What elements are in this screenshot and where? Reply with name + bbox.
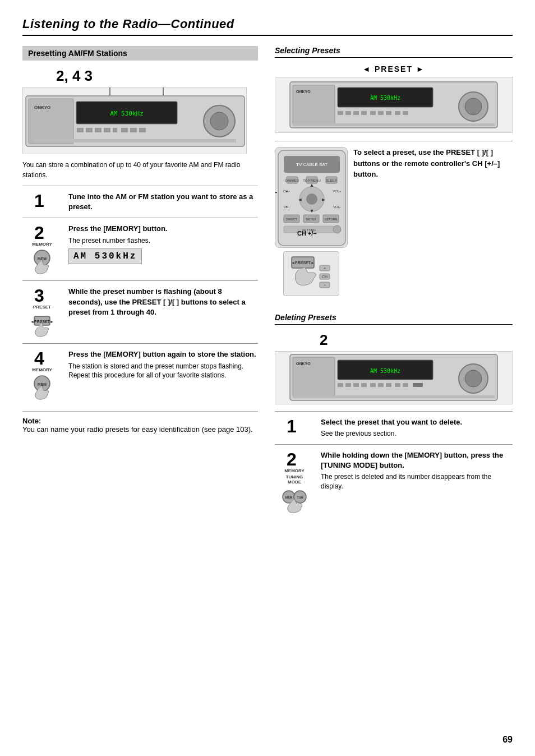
deleting-presets-section: Deleting Presets 2 AM 530kHz — [275, 313, 513, 520]
memory-tuning-hand-svg: MEM TUN — [280, 486, 309, 515]
svg-rect-13 — [139, 128, 146, 132]
svg-point-5 — [210, 112, 228, 130]
svg-rect-88 — [361, 383, 367, 387]
step-4-content: Press the [MEMORY] button again to store… — [68, 349, 258, 380]
selecting-desc-row: TV CABLE SAT DIMMER TOP MENU SLEEP — [275, 147, 513, 296]
delete-step-1: 1 Select the preset that you want to del… — [275, 411, 513, 444]
step-1-left: 1 — [22, 192, 62, 210]
step-4: 4 MEMORY MEM Press the [MEMORY] button a… — [22, 343, 258, 406]
svg-rect-33 — [361, 111, 367, 115]
delete-step-1-bold: Select the preset that you want to delet… — [321, 417, 513, 427]
memory-label: MEMORY — [32, 242, 52, 247]
svg-rect-32 — [353, 111, 359, 115]
svg-rect-39 — [293, 123, 495, 126]
selecting-presets-title: Selecting Presets — [275, 46, 513, 58]
svg-text:◄: ◄ — [298, 197, 303, 202]
svg-rect-86 — [345, 383, 351, 387]
svg-text:TV CABLE SAT: TV CABLE SAT — [296, 162, 328, 167]
preset-hand-svg-right: ◄PRESET► + CH − — [286, 254, 336, 293]
svg-point-51 — [306, 193, 317, 205]
memory-hand-svg: MEM — [30, 248, 54, 275]
freq-display: AM 530kHz — [68, 248, 142, 264]
step-4-normal: The station is stored and the preset num… — [68, 362, 258, 381]
svg-text:◄PRESET►: ◄PRESET► — [30, 320, 54, 324]
svg-text:DIMMER: DIMMER — [285, 179, 299, 182]
svg-text:VOL+: VOL+ — [333, 190, 342, 193]
step-3-left: 3 PRESET ◄PRESET► — [22, 287, 62, 338]
preset-hand-svg: ◄PRESET► — [30, 311, 54, 338]
delete-step-2-normal: The preset is deleted and its number dis… — [321, 472, 513, 491]
receiver-image-delete: AM 530kHz ONKYO — [275, 351, 513, 404]
receiver-svg-left: AM 530kHz ONKYO — [23, 87, 247, 154]
selecting-desc-text: To select a preset, use the PRESET [ ]/[… — [353, 147, 513, 180]
svg-text:▼: ▼ — [310, 208, 315, 214]
svg-text:RETURN: RETURN — [325, 218, 338, 221]
svg-rect-38 — [403, 111, 408, 115]
svg-point-68 — [333, 225, 341, 233]
step-2-bold: Press the [MEMORY] button. — [68, 224, 258, 234]
delete-step-2-number: 2 — [287, 450, 302, 468]
page-title: Listening to the Radio—Continued — [22, 17, 513, 31]
svg-text:AM 530kHz: AM 530kHz — [370, 95, 400, 101]
presetting-section-title: Presetting AM/FM Stations — [22, 46, 258, 61]
svg-text:▲: ▲ — [310, 182, 315, 188]
delete-step-2-bold: While holding down the [MEMORY] button, … — [321, 450, 513, 471]
memory-label-2: MEMORY — [32, 367, 52, 372]
svg-rect-10 — [113, 128, 117, 132]
delete-step-2-content: While holding down the [MEMORY] button, … — [321, 450, 513, 491]
svg-rect-6 — [77, 128, 84, 132]
receiver-image-right: AM 530kHz ONKYO — [275, 77, 513, 133]
svg-text:SETUP: SETUP — [306, 218, 317, 221]
svg-text:+: + — [285, 190, 288, 193]
ch-label-overlay: CH +/– — [275, 190, 277, 196]
delete-step-2-left: 2 MEMORY TUNING MODE MEM TUN — [275, 450, 314, 515]
svg-rect-30 — [338, 111, 343, 115]
delete-step-2: 2 MEMORY TUNING MODE MEM TUN — [275, 444, 513, 520]
svg-text:−: − — [324, 283, 326, 287]
svg-rect-36 — [386, 111, 391, 115]
svg-rect-7 — [86, 128, 93, 132]
memory-hand-svg-2: MEM — [30, 374, 54, 400]
left-column: Presetting AM/FM Stations 2, 4 3 AM 530k… — [22, 46, 258, 520]
svg-text:►: ► — [321, 197, 326, 202]
step-4-number: 4 — [34, 349, 50, 367]
svg-text:MEM: MEM — [285, 496, 293, 499]
content-columns: Presetting AM/FM Stations 2, 4 3 AM 530k… — [22, 46, 513, 520]
delete-step-1-left: 1 — [275, 417, 314, 435]
svg-text:DIRECT: DIRECT — [286, 218, 298, 221]
note-section: Note: You can name your radio presets fo… — [22, 412, 258, 434]
svg-point-84 — [465, 370, 482, 387]
svg-rect-93 — [403, 383, 408, 387]
step-3-content: While the preset number is flashing (abo… — [68, 287, 258, 317]
svg-text:TUN: TUN — [297, 496, 303, 499]
svg-rect-34 — [370, 111, 376, 115]
step-2-number: 2 — [34, 224, 50, 242]
svg-text:VOL-: VOL- — [333, 205, 341, 209]
svg-rect-89 — [370, 383, 376, 387]
preset-button-icon: PRESET ◄PRESET► — [27, 305, 58, 338]
delete-step-1-normal: See the previous section. — [321, 429, 513, 439]
svg-rect-14 — [34, 139, 236, 142]
remote-images: TV CABLE SAT DIMMER TOP MENU SLEEP — [275, 147, 348, 296]
step-3-number: 3 — [34, 287, 50, 305]
receiver-image-left: AM 530kHz ONKYO — [22, 87, 247, 154]
selecting-presets-section: Selecting Presets ◄ PRESET ► AM 530kHz — [275, 46, 513, 302]
svg-rect-35 — [378, 111, 384, 115]
preset-label: PRESET — [33, 305, 51, 310]
right-column: Selecting Presets ◄ PRESET ► AM 530kHz — [275, 46, 513, 520]
svg-text:AM 530kHz: AM 530kHz — [110, 110, 144, 117]
memory-label-delete: MEMORY — [284, 468, 305, 473]
step-4-left: 4 MEMORY MEM — [22, 349, 62, 400]
svg-rect-96 — [413, 383, 423, 387]
step-1: 1 Tune into the AM or FM station you wan… — [22, 186, 258, 218]
delete-step-1-content: Select the preset that you want to delet… — [321, 417, 513, 439]
svg-text:MEM: MEM — [38, 382, 47, 386]
step-3-bold: While the preset number is flashing (abo… — [68, 287, 258, 317]
note-title: Note: — [22, 417, 41, 425]
svg-rect-85 — [338, 383, 343, 387]
svg-rect-11 — [121, 128, 128, 132]
svg-point-29 — [465, 98, 482, 115]
step-2-content: Press the [MEMORY] button. The preset nu… — [68, 224, 258, 268]
svg-rect-87 — [353, 383, 359, 387]
memory-button-icon: MEMORY MEM — [27, 242, 58, 275]
